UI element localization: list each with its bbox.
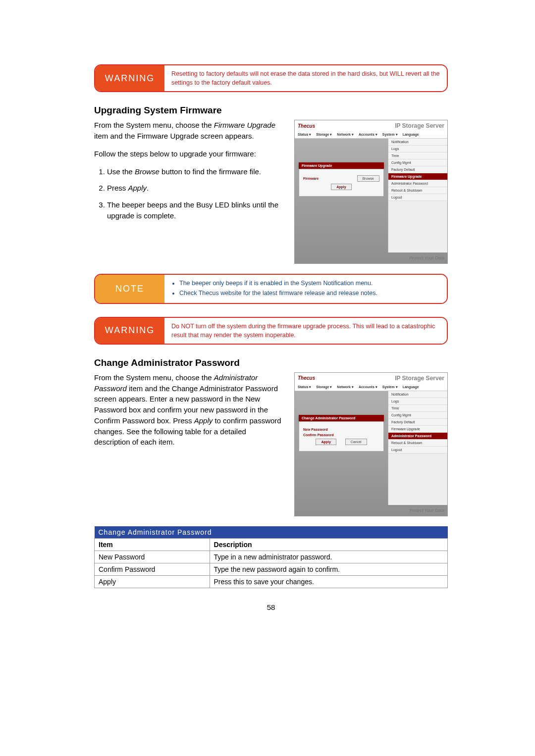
note-body: The beeper only beeps if it is enabled i… — [164, 275, 447, 302]
table-caption: Change Administrator Password — [95, 526, 448, 539]
warning-text-2: Do NOT turn off the system during the fi… — [164, 318, 447, 344]
footer-tagline: Protect Your Data — [295, 252, 447, 263]
note-label: NOTE — [95, 275, 164, 302]
top-menu-item[interactable]: Network ▾ — [337, 385, 354, 389]
top-menu-item[interactable]: Language — [403, 133, 419, 137]
top-menu-item[interactable]: Storage ▾ — [316, 133, 332, 137]
top-menu-item[interactable]: Status ▾ — [298, 385, 311, 389]
heading-firmware-upgrade: Upgrading System Firmware — [94, 105, 448, 116]
top-menu-item[interactable]: Status ▾ — [298, 133, 311, 137]
browse-button[interactable]: Browse — [357, 175, 379, 182]
confirm-password-label: Confirm Password — [303, 433, 334, 437]
warning-callout-2: WARNING Do NOT turn off the system durin… — [94, 317, 448, 345]
warning-text: Resetting to factory defaults will not e… — [164, 65, 447, 91]
side-menu-item[interactable]: Notification — [388, 391, 447, 398]
side-menu-item[interactable]: Reboot & Shutdown — [388, 440, 447, 447]
page-number: 58 — [94, 603, 448, 611]
top-menu-item[interactable]: System ▾ — [382, 385, 398, 389]
section2-text: From the System menu, choose the Adminis… — [94, 372, 283, 516]
system-side-menu-1: NotificationLogsTimeConfig MgmtFactory D… — [388, 139, 447, 252]
side-menu-item[interactable]: Config Mgmt — [388, 159, 447, 166]
side-menu-item[interactable]: Config Mgmt — [388, 412, 447, 419]
new-password-label: New Password — [303, 428, 327, 431]
table-row: Confirm PasswordType the new password ag… — [95, 563, 448, 575]
warning-callout-1: WARNING Resetting to factory defaults wi… — [94, 64, 448, 92]
step-3: The beeper beeps and the Busy LED blinks… — [107, 200, 283, 221]
top-menu-item[interactable]: System ▾ — [382, 133, 398, 137]
table-row: ApplyPress this to save your changes. — [95, 575, 448, 588]
top-menu-bar: Status ▾Storage ▾Network ▾Accounts ▾Syst… — [295, 131, 447, 139]
side-menu-item[interactable]: Administrator Password — [388, 433, 447, 440]
document-page: WARNING Resetting to factory defaults wi… — [0, 0, 535, 631]
apply-button-pw[interactable]: Apply — [316, 439, 336, 445]
thecus-logo-2: Thecus — [298, 375, 315, 381]
screenshot-admin-password: Thecus IP Storage Server Status ▾Storage… — [294, 372, 448, 516]
firmware-field-label: Firmware — [303, 177, 319, 180]
app-title-2: IP Storage Server — [317, 375, 444, 382]
side-menu-item[interactable]: Logs — [388, 146, 447, 152]
screenshot-firmware-upgrade: Thecus IP Storage Server Status ▾Storage… — [294, 120, 448, 264]
top-menu-item[interactable]: Accounts ▾ — [359, 133, 377, 137]
side-menu-item[interactable]: Administrator Password — [388, 180, 447, 187]
side-menu-item[interactable]: Notification — [388, 139, 447, 146]
footer-tagline-2: Protect Your Data — [295, 505, 447, 516]
warning-label: WARNING — [95, 65, 164, 91]
table-col-item: Item — [95, 538, 210, 551]
side-menu-item[interactable]: Reboot & Shutdown — [388, 187, 447, 194]
side-menu-item[interactable]: Factory Default — [388, 166, 447, 173]
admin-password-table: Change Administrator Password Item Descr… — [94, 526, 448, 588]
side-menu-item[interactable]: Logout — [388, 447, 447, 454]
step-2: Press Apply. — [107, 183, 283, 194]
system-side-menu-2: NotificationLogsTimeConfig MgmtFactory D… — [388, 391, 447, 505]
app-title: IP Storage Server — [317, 122, 444, 129]
thecus-logo: Thecus — [298, 123, 315, 129]
section1-text: From the System menu, choose the Firmwar… — [94, 120, 283, 264]
side-menu-item[interactable]: Time — [388, 405, 447, 412]
side-menu-item[interactable]: Logout — [388, 194, 447, 201]
panel-title-password: Change Administrator Password — [299, 415, 384, 421]
side-menu-item[interactable]: Firmware Upgrade — [388, 173, 447, 180]
heading-admin-password: Change Administrator Password — [94, 357, 448, 368]
note-callout: NOTE The beeper only beeps if it is enab… — [94, 274, 448, 303]
top-menu-item[interactable]: Language — [403, 385, 419, 389]
panel-title-firmware: Firmware Upgrade — [299, 162, 384, 169]
warning-label-2: WARNING — [95, 318, 164, 344]
apply-button-fw[interactable]: Apply — [331, 184, 351, 190]
top-menu-item[interactable]: Network ▾ — [337, 133, 354, 137]
table-col-description: Description — [210, 538, 447, 551]
side-menu-item[interactable]: Time — [388, 152, 447, 159]
top-menu-item[interactable]: Storage ▾ — [316, 385, 332, 389]
side-menu-item[interactable]: Logs — [388, 398, 447, 405]
top-menu-bar-2: Status ▾Storage ▾Network ▾Accounts ▾Syst… — [295, 384, 447, 391]
side-menu-item[interactable]: Factory Default — [388, 419, 447, 426]
top-menu-item[interactable]: Accounts ▾ — [359, 385, 377, 389]
table-row: New PasswordType in a new administrator … — [95, 551, 448, 563]
side-menu-item[interactable]: Firmware Upgrade — [388, 426, 447, 433]
cancel-button-pw[interactable]: Cancel — [345, 439, 367, 445]
step-1: Use the Browse button to find the firmwa… — [107, 166, 283, 177]
